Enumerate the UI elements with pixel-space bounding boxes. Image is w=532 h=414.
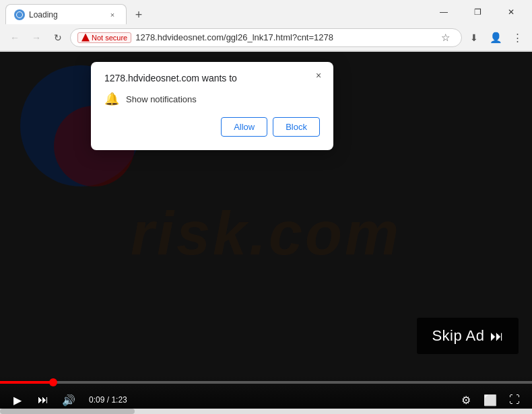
refresh-button[interactable]: ↻ <box>48 28 67 47</box>
bookmark-icon[interactable]: ☆ <box>436 28 455 47</box>
progress-bar[interactable] <box>0 381 532 384</box>
minimize-button[interactable]: — <box>428 1 459 23</box>
tab-favicon <box>14 9 25 20</box>
settings-button[interactable]: ⚙ <box>455 389 477 411</box>
profile-button[interactable]: 👤 <box>486 28 505 47</box>
controls-row: ▶ ⏭ 🔊 0:09 / 1:23 ⚙ ⬜ ⛶ <box>0 389 532 411</box>
browser-chrome: Loading × + — ❐ ✕ ← → ↻ Not secure 1278.… <box>0 0 532 52</box>
tab-close-button[interactable]: × <box>107 9 118 20</box>
skip-ad-button[interactable]: Skip Ad ⏭ <box>417 318 519 354</box>
dialog-buttons: Allow Block <box>104 117 320 137</box>
address-text: 1278.hdvideosnet.com/ggl26_lnk17.html?cn… <box>135 32 432 42</box>
dialog-title: 1278.hdvideosnet.com wants to <box>104 73 320 83</box>
download-button[interactable]: ⬇ <box>465 28 484 47</box>
fullscreen-button[interactable]: ⛶ <box>504 389 525 411</box>
scrollbar-thumb[interactable] <box>0 409 135 414</box>
scrollbar[interactable] <box>0 409 532 414</box>
time-display: 0:09 / 1:23 <box>89 395 127 405</box>
permission-dialog: 1278.hdvideosnet.com wants to × 🔔 Show n… <box>91 62 333 150</box>
maximize-button[interactable]: ❐ <box>462 1 493 23</box>
allow-button[interactable]: Allow <box>221 117 267 137</box>
new-tab-button[interactable]: + <box>129 5 148 24</box>
theater-button[interactable]: ⬜ <box>479 389 501 411</box>
watermark: risk.com <box>131 199 401 268</box>
title-bar: Loading × + — ❐ ✕ <box>0 0 532 24</box>
video-area: risk.com 1278.hdvideosnet.com wants to ×… <box>0 52 532 414</box>
dialog-permission-row: 🔔 Show notifications <box>104 92 320 106</box>
security-badge: Not secure <box>77 32 131 43</box>
not-secure-label: Not secure <box>92 34 127 42</box>
active-tab[interactable]: Loading × <box>5 4 127 24</box>
right-controls: ⚙ ⬜ ⛶ <box>455 389 525 411</box>
address-bar[interactable]: Not secure 1278.hdvideosnet.com/ggl26_ln… <box>70 28 462 47</box>
menu-button[interactable]: ⋮ <box>508 28 527 47</box>
forward-button[interactable]: → <box>27 28 46 47</box>
dialog-close-button[interactable]: × <box>312 69 325 82</box>
skip-ad-label: Skip Ad <box>432 327 484 345</box>
permission-label: Show notifications <box>126 94 197 104</box>
skip-icon: ⏭ <box>490 329 504 344</box>
close-button[interactable]: ✕ <box>496 1 527 23</box>
omnibar: ← → ↻ Not secure 1278.hdvideosnet.com/gg… <box>0 24 532 51</box>
tab-title: Loading <box>29 10 103 20</box>
progress-filled <box>0 381 53 384</box>
warning-icon <box>81 34 90 42</box>
window-controls: — ❐ ✕ <box>428 1 527 23</box>
tab-area: Loading × + <box>5 0 428 24</box>
volume-button[interactable]: 🔊 <box>58 389 79 411</box>
next-button[interactable]: ⏭ <box>32 389 54 411</box>
back-button[interactable]: ← <box>5 28 24 47</box>
block-button[interactable]: Block <box>273 117 320 137</box>
play-button[interactable]: ▶ <box>7 389 28 411</box>
progress-dot <box>49 378 57 386</box>
bell-icon: 🔔 <box>104 92 119 106</box>
